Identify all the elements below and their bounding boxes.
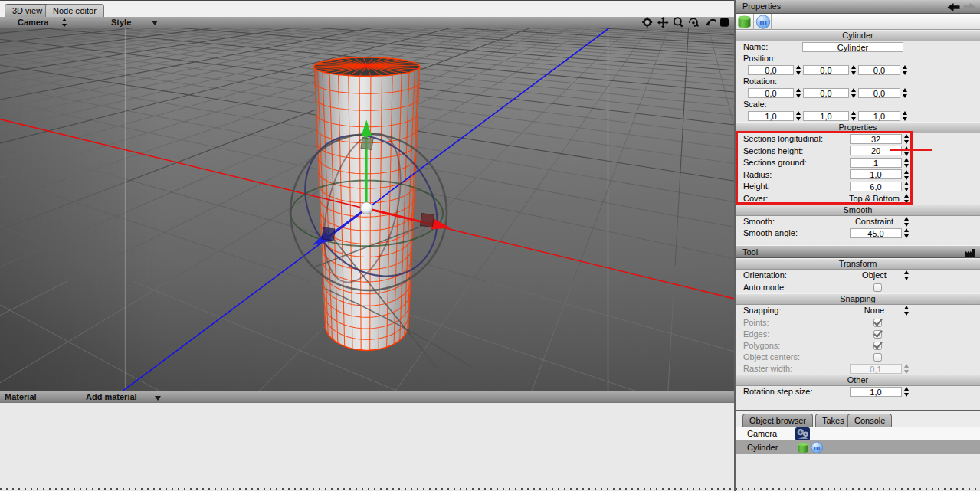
svg-text:m: m bbox=[759, 17, 767, 28]
svg-text:m: m bbox=[814, 444, 821, 452]
